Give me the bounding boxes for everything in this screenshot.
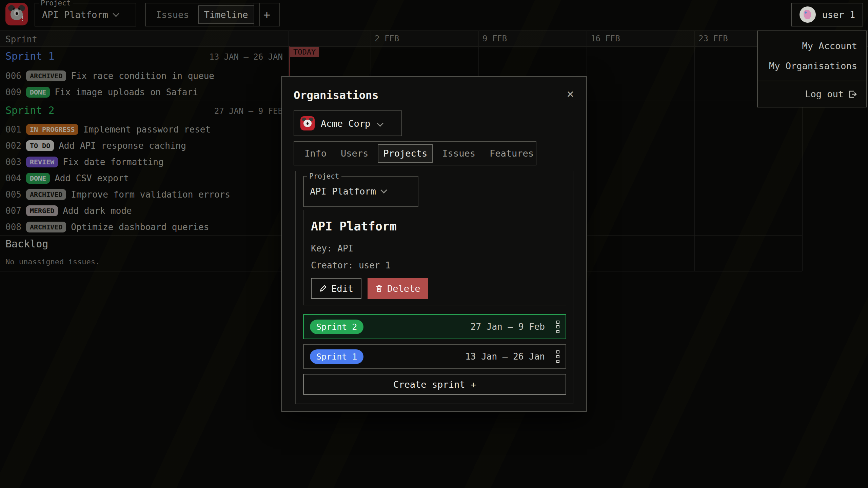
sprint-pill: Sprint 2	[310, 320, 363, 334]
close-icon[interactable]: ×	[567, 87, 574, 101]
project-creator: Creator: user 1	[311, 260, 391, 270]
user-menu-button[interactable]: user 1	[791, 3, 863, 26]
modal-project-selector-value: API Platform	[310, 186, 386, 197]
sprint-list-item[interactable]: Sprint 2 27 Jan – 9 Feb	[303, 314, 566, 339]
sprint-dates: 27 Jan – 9 Feb	[471, 322, 545, 332]
project-card-title: API Platform	[311, 220, 397, 233]
kebab-menu-icon[interactable]	[556, 321, 559, 333]
menu-item-my-organisations[interactable]: My Organisations	[758, 56, 866, 76]
pencil-icon	[319, 284, 327, 292]
sprint-dates: 13 Jan – 26 Jan	[465, 351, 545, 362]
modal-project-selector[interactable]: Project API Platform	[303, 176, 418, 207]
tab-info[interactable]: Info	[300, 145, 331, 162]
modal-project-selector-label: Project	[307, 172, 341, 180]
logout-icon	[848, 90, 857, 99]
sprint-list-item[interactable]: Sprint 1 13 Jan – 26 Jan	[303, 344, 566, 369]
sprint-pill: Sprint 1	[310, 349, 363, 364]
menu-item-my-account[interactable]: My Account	[758, 36, 866, 56]
organisations-modal: Organisations × Acme Corp Info Users Pro…	[281, 76, 587, 412]
project-card: API Platform Key: API Creator: user 1 Ed…	[303, 210, 566, 305]
projects-tab-panel: Project API Platform API Platform Key: A…	[295, 171, 573, 404]
modal-tabs: Info Users Projects Issues Features	[294, 141, 536, 165]
chevron-down-icon	[380, 187, 387, 194]
user-dropdown-menu: My Account My Organisations Log out	[757, 30, 867, 107]
delete-button[interactable]: Delete	[368, 278, 428, 299]
avatar	[800, 6, 816, 23]
organisation-name: Acme Corp	[321, 118, 370, 129]
create-sprint-button[interactable]: Create sprint +	[303, 374, 566, 395]
project-key: Key: API	[311, 243, 353, 253]
organisation-selector[interactable]: Acme Corp	[294, 110, 402, 136]
user-name: user 1	[822, 9, 855, 20]
edit-button[interactable]: Edit	[311, 278, 361, 299]
kebab-menu-icon[interactable]	[556, 350, 559, 363]
tab-users[interactable]: Users	[336, 145, 373, 162]
modal-title: Organisations	[294, 89, 378, 102]
organisation-logo-icon	[300, 116, 315, 130]
tab-issues[interactable]: Issues	[437, 145, 480, 162]
menu-item-log-out[interactable]: Log out	[758, 81, 866, 107]
trash-icon	[375, 284, 383, 292]
chevron-down-icon	[377, 120, 383, 127]
tab-features[interactable]: Features	[485, 145, 538, 162]
tab-projects[interactable]: Projects	[378, 144, 433, 163]
